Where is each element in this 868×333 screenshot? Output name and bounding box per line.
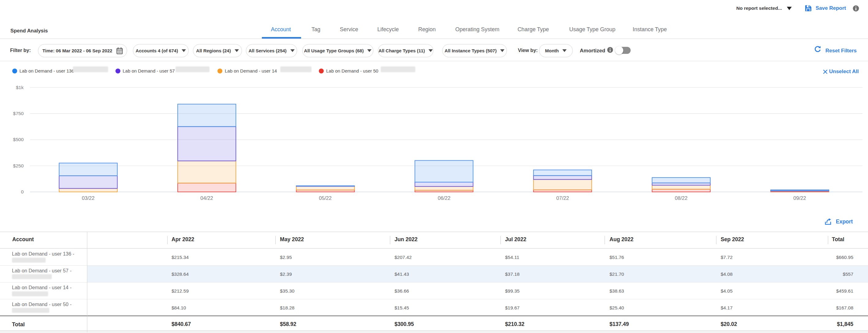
svg-text:$500: $500	[13, 137, 24, 142]
svg-text:09/22: 09/22	[793, 195, 806, 201]
svg-text:05/22: 05/22	[319, 195, 331, 201]
svg-text:0: 0	[21, 189, 24, 194]
svg-text:06/22: 06/22	[438, 195, 450, 201]
svg-text:$250: $250	[13, 163, 24, 168]
svg-text:08/22: 08/22	[675, 195, 687, 201]
svg-text:04/22: 04/22	[200, 195, 213, 201]
svg-text:$750: $750	[13, 111, 24, 116]
svg-text:03/22: 03/22	[82, 195, 94, 201]
svg-text:07/22: 07/22	[556, 195, 569, 201]
svg-text:$1k: $1k	[16, 85, 24, 90]
